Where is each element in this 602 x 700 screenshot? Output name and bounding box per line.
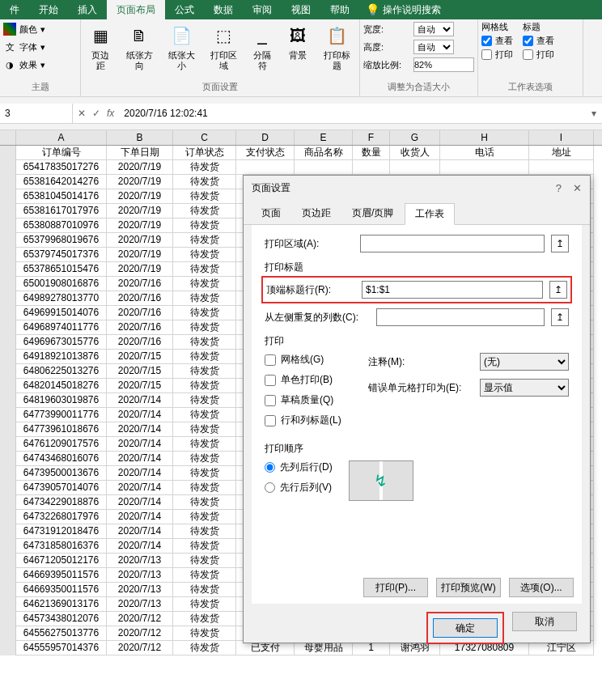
cell[interactable]: 待发货 bbox=[173, 597, 236, 612]
cell[interactable]: 待发货 bbox=[173, 641, 236, 655]
cell[interactable]: 2020/7/19 bbox=[107, 189, 173, 204]
dialog-cancel-button[interactable]: 取消 bbox=[512, 612, 577, 631]
cell[interactable]: 待发货 bbox=[173, 437, 236, 452]
ribbon-tab-view[interactable]: 视图 bbox=[282, 0, 320, 19]
theme-font-button[interactable]: 文字体 ▾ bbox=[3, 39, 45, 55]
dialog-ok-button[interactable]: 确定 bbox=[433, 618, 498, 638]
col-header[interactable]: A bbox=[16, 130, 107, 145]
cell[interactable]: 64819603019876 bbox=[16, 393, 107, 408]
col-header[interactable]: G bbox=[390, 130, 440, 145]
cell[interactable]: 待发货 bbox=[173, 481, 236, 495]
dialog-close-icon[interactable]: ✕ bbox=[573, 182, 582, 194]
cell[interactable]: 2020/7/16 bbox=[107, 291, 173, 306]
table-header-cell[interactable]: 数量 bbox=[353, 146, 390, 160]
col-header[interactable]: B bbox=[107, 130, 173, 145]
cell[interactable]: 2020/7/14 bbox=[107, 495, 173, 510]
top-rows-ref-button[interactable]: ↥ bbox=[549, 281, 567, 299]
cell[interactable]: 64761209017576 bbox=[16, 437, 107, 452]
cell[interactable]: 2020/7/19 bbox=[107, 204, 173, 218]
orientation-button[interactable]: 🗎纸张方向 bbox=[120, 21, 159, 73]
cell[interactable]: 2020/7/14 bbox=[107, 524, 173, 539]
cell[interactable]: 待发货 bbox=[173, 335, 236, 350]
margins-button[interactable]: ▦页边距 bbox=[84, 21, 117, 73]
cell[interactable]: 待发货 bbox=[173, 350, 236, 364]
cell[interactable]: 待发货 bbox=[173, 554, 236, 568]
cell[interactable]: 2020/7/14 bbox=[107, 393, 173, 408]
cell[interactable]: 待发货 bbox=[173, 626, 236, 641]
cell[interactable]: 待发货 bbox=[173, 495, 236, 510]
cell[interactable]: 待发货 bbox=[173, 218, 236, 233]
cell[interactable]: 2020/7/16 bbox=[107, 335, 173, 350]
table-header-cell[interactable]: 地址 bbox=[529, 146, 594, 160]
cell[interactable]: 2020/7/19 bbox=[107, 248, 173, 262]
errors-select[interactable]: 显示值 bbox=[480, 379, 569, 397]
cell[interactable] bbox=[529, 160, 594, 175]
table-header-cell[interactable]: 电话 bbox=[440, 146, 529, 160]
cell[interactable]: 65381642014276 bbox=[16, 175, 107, 189]
left-cols-ref-button[interactable]: ↥ bbox=[551, 308, 569, 326]
cell[interactable]: 64555957014376 bbox=[16, 641, 107, 655]
cell[interactable]: 待发货 bbox=[173, 510, 236, 524]
cell[interactable]: 待发货 bbox=[173, 466, 236, 481]
cell[interactable]: 64739500013676 bbox=[16, 466, 107, 481]
dialog-tab-sheet[interactable]: 工作表 bbox=[405, 203, 455, 225]
cell[interactable]: 2020/7/12 bbox=[107, 641, 173, 655]
cell[interactable]: 64773990011776 bbox=[16, 408, 107, 422]
size-button[interactable]: 📄纸张大小 bbox=[162, 21, 201, 73]
cell[interactable]: 2020/7/14 bbox=[107, 466, 173, 481]
cell[interactable]: 64739057014076 bbox=[16, 481, 107, 495]
cell[interactable]: 2020/7/14 bbox=[107, 437, 173, 452]
cell[interactable] bbox=[236, 160, 295, 175]
name-box-input[interactable] bbox=[5, 108, 67, 119]
dialog-tab-page[interactable]: 页面 bbox=[252, 203, 290, 224]
top-rows-input[interactable] bbox=[362, 281, 543, 299]
cell[interactable]: 待发货 bbox=[173, 175, 236, 189]
cell[interactable]: 2020/7/19 bbox=[107, 175, 173, 189]
col-header[interactable]: F bbox=[353, 130, 390, 145]
cell[interactable]: 65378651015476 bbox=[16, 262, 107, 277]
cell[interactable]: 2020/7/13 bbox=[107, 554, 173, 568]
draft-checkbox[interactable] bbox=[265, 395, 276, 406]
cell[interactable]: 待发货 bbox=[173, 422, 236, 437]
cell[interactable]: 2020/7/19 bbox=[107, 233, 173, 248]
tell-me-search[interactable]: 💡 操作说明搜索 bbox=[359, 3, 447, 17]
cell[interactable]: 65381045014176 bbox=[16, 189, 107, 204]
dialog-options-button[interactable]: 选项(O)... bbox=[509, 578, 574, 597]
bw-checkbox[interactable] bbox=[265, 375, 276, 386]
cell[interactable]: 待发货 bbox=[173, 248, 236, 262]
down-over-radio[interactable] bbox=[265, 462, 275, 473]
ribbon-tab-formulas[interactable]: 公式 bbox=[165, 0, 204, 19]
cell[interactable]: 待发货 bbox=[173, 277, 236, 291]
breaks-button[interactable]: ⎯分隔符 bbox=[246, 21, 278, 73]
table-header-cell[interactable]: 商品名称 bbox=[295, 146, 353, 160]
cell[interactable]: 64732268017976 bbox=[16, 510, 107, 524]
cell[interactable]: 64989278013770 bbox=[16, 291, 107, 306]
print-area-ref-button[interactable]: ↥ bbox=[551, 235, 569, 252]
scale-input[interactable] bbox=[413, 57, 474, 72]
accept-formula-icon[interactable]: ✓ bbox=[92, 108, 100, 119]
cell[interactable]: 65417835017276 bbox=[16, 160, 107, 175]
background-button[interactable]: 🖼背景 bbox=[282, 21, 314, 62]
dialog-tab-headerfooter[interactable]: 页眉/页脚 bbox=[342, 203, 403, 224]
cell[interactable]: 64731858016376 bbox=[16, 539, 107, 554]
cell[interactable]: 待发货 bbox=[173, 306, 236, 320]
dialog-tab-margins[interactable]: 页边距 bbox=[292, 203, 341, 224]
rowcol-headers-checkbox[interactable] bbox=[265, 415, 276, 426]
cell[interactable]: 2020/7/14 bbox=[107, 408, 173, 422]
col-header[interactable]: C bbox=[173, 130, 236, 145]
table-header-cell[interactable]: 订单编号 bbox=[16, 146, 107, 160]
cell[interactable]: 待发货 bbox=[173, 204, 236, 218]
cell[interactable]: 2020/7/15 bbox=[107, 350, 173, 364]
cell[interactable]: 2020/7/14 bbox=[107, 422, 173, 437]
name-box[interactable] bbox=[0, 104, 73, 123]
cell[interactable]: 64669395011576 bbox=[16, 568, 107, 583]
cell[interactable] bbox=[440, 160, 529, 175]
theme-effects-button[interactable]: ◑效果 ▾ bbox=[3, 57, 45, 73]
cell[interactable]: 2020/7/19 bbox=[107, 262, 173, 277]
cell[interactable]: 待发货 bbox=[173, 393, 236, 408]
height-select[interactable]: 自动 bbox=[413, 40, 454, 54]
dialog-help-icon[interactable]: ? bbox=[556, 182, 562, 194]
cell[interactable]: 2020/7/13 bbox=[107, 597, 173, 612]
ribbon-tab-layout[interactable]: 页面布局 bbox=[107, 0, 165, 19]
cell[interactable]: 64621369013176 bbox=[16, 597, 107, 612]
